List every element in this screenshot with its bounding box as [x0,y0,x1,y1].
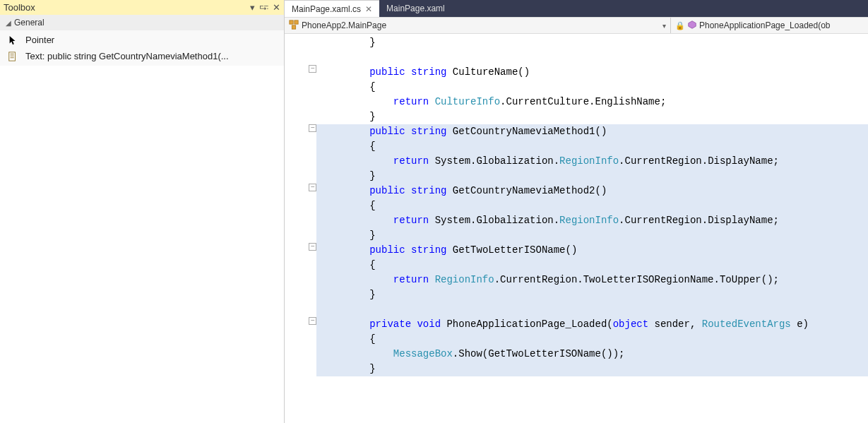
toolbox-empty-area [0,66,284,423]
tab-mainpage-cs[interactable]: MainPage.xaml.cs ✕ [285,0,379,17]
code-line: { [316,258,868,273]
fold-toggle-icon[interactable]: − [309,124,316,132]
tab-mainpage-xaml[interactable]: MainPage.xaml [379,0,452,17]
code-line: } [316,287,868,302]
pointer-icon [7,35,18,45]
member-dropdown-label: PhoneApplicationPage_Loaded(ob [699,20,831,30]
toolbox-section-general[interactable]: ◢ General [0,15,284,30]
fold-toggle-icon[interactable]: − [309,243,316,251]
editor-area: MainPage.xaml.cs ✕ MainPage.xaml PhoneAp… [285,0,868,423]
code-line: } [316,169,868,184]
tab-label: MainPage.xaml [386,4,445,13]
svg-rect-4 [290,20,293,23]
toolbox-items-list: Pointer Text: public string GetCountryNa… [0,30,284,66]
app-root: Toolbox ▾ ⮓ ✕ ◢ General Pointer Tex [0,0,868,423]
dropdown-arrow-icon[interactable]: ▾ [250,2,255,13]
code-line: } [316,362,868,376]
pin-icon[interactable]: ⮓ [259,2,268,13]
toolbox-item-label: Pointer [25,35,54,45]
code-line: return System.Globalization.RegionInfo.C… [316,213,868,228]
fold-toggle-icon[interactable]: − [309,184,316,191]
member-dropdown[interactable]: 🔒 PhoneApplicationPage_Loaded(ob [671,18,868,33]
code-content[interactable]: } public string CultureName() { return C… [316,34,868,423]
code-line: return RegionInfo.CurrentRegion.TwoLette… [316,273,868,287]
toolbox-title: Toolbox [4,2,250,13]
close-icon[interactable]: ✕ [365,4,372,14]
svg-rect-6 [292,25,295,28]
code-line: { [316,80,868,95]
code-line: { [316,139,868,154]
chevron-down-icon: ▾ [662,22,666,30]
code-line: private void PhoneApplicationPage_Loaded… [316,317,868,332]
code-line: return CultureInfo.CurrentCulture.Englis… [316,95,868,109]
svg-rect-5 [295,20,298,23]
code-line: public string GetCountryNameviaMethod2() [316,184,868,198]
class-dropdown[interactable]: PhoneApp2.MainPage ▾ [285,18,671,33]
toolbox-header: Toolbox ▾ ⮓ ✕ [0,0,284,15]
code-line: { [316,198,868,213]
fold-toggle-icon[interactable]: − [309,317,316,325]
code-editor[interactable]: − − − − − } public string CultureName() … [285,34,868,423]
document-icon [7,52,18,61]
code-line [316,302,868,317]
fold-toggle-icon[interactable]: − [309,65,316,73]
code-line: return System.Globalization.RegionInfo.C… [316,154,868,169]
lock-icon: 🔒 [675,21,685,30]
toolbox-item-label: Text: public string GetCountryNameviaMet… [25,51,229,61]
tab-label: MainPage.xaml.cs [292,4,361,14]
code-line: { [316,332,868,347]
svg-rect-0 [9,52,16,60]
code-line: public string GetTwoLetterISOName() [316,243,868,258]
outline-gutter[interactable]: − − − − − [285,34,316,423]
code-line: public string CultureName() [316,65,868,80]
code-line: } [316,228,868,243]
code-line: public string GetCountryNameviaMethod1() [316,124,868,139]
toolbox-panel: Toolbox ▾ ⮓ ✕ ◢ General Pointer Tex [0,0,285,423]
code-line: } [316,109,868,124]
method-icon [688,20,696,31]
code-line: } [316,35,868,50]
class-dropdown-label: PhoneApp2.MainPage [302,20,386,30]
code-line: MessageBox.Show(GetTwoLetterISOName()); [316,347,868,362]
toolbox-section-label: General [14,18,44,28]
class-icon [289,20,299,32]
code-line [316,50,868,65]
toolbox-item-text-snippet[interactable]: Text: public string GetCountryNameviaMet… [0,48,284,64]
svg-marker-7 [689,20,696,28]
code-nav-bar: PhoneApp2.MainPage ▾ 🔒 PhoneApplicationP… [285,17,868,34]
toolbox-item-pointer[interactable]: Pointer [0,32,284,48]
close-icon[interactable]: ✕ [273,2,280,13]
expand-arrow-icon: ◢ [6,19,11,27]
document-tabbar: MainPage.xaml.cs ✕ MainPage.xaml [285,0,868,17]
